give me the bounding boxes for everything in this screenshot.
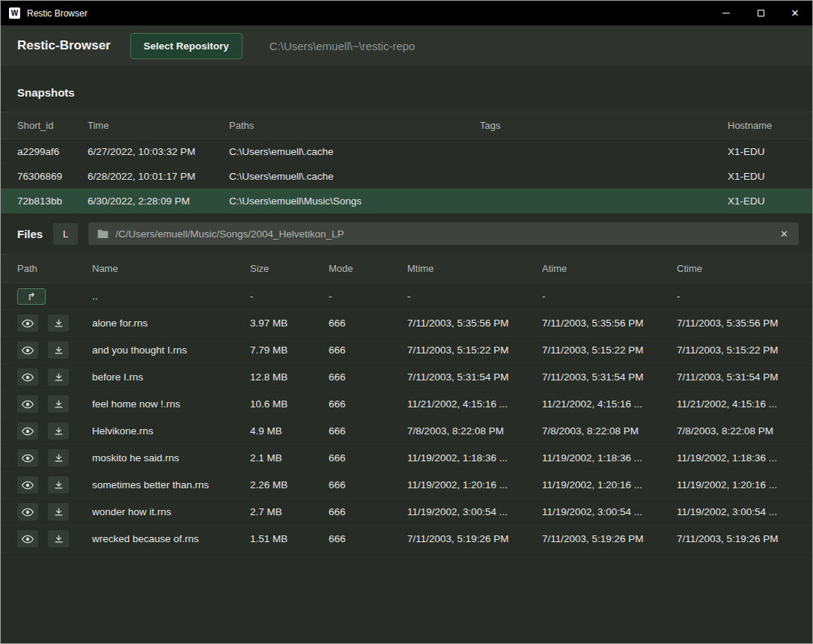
file-mtime: 7/8/2003, 8:22:08 PM	[407, 425, 542, 437]
download-file-button[interactable]	[48, 395, 69, 413]
download-icon	[54, 426, 64, 436]
snapshots-table: Short_id Time Paths Tags Hostname a2299a…	[1, 112, 812, 213]
download-file-button[interactable]	[48, 368, 69, 386]
file-row: sometimes better than.rns 2.26 MB 666 11…	[1, 472, 812, 499]
maximize-button[interactable]	[743, 1, 778, 25]
close-icon: ✕	[791, 8, 800, 18]
file-mode: 666	[329, 479, 407, 490]
eye-icon	[22, 427, 34, 436]
snapshot-row[interactable]: 76306869 6/28/2022, 10:01:17 PM C:\Users…	[1, 164, 812, 189]
file-size: 12.8 MB	[250, 371, 329, 383]
file-row: wrecked because of.rns 1.51 MB 666 7/11/…	[1, 526, 812, 553]
file-name: moskito he said.rns	[92, 452, 250, 464]
folder-icon	[97, 229, 109, 238]
page-title: Restic-Browser	[17, 38, 111, 53]
file-row: wonder how it.rns 2.7 MB 666 11/19/2002,…	[1, 499, 812, 526]
file-atime: 11/21/2002, 4:15:16 ...	[542, 398, 677, 410]
file-row: and you thought I.rns 7.79 MB 666 7/11/2…	[1, 337, 812, 364]
preview-file-button[interactable]	[17, 449, 38, 467]
column-tags: Tags	[480, 120, 728, 131]
eye-icon	[22, 373, 34, 382]
file-ctime: 7/11/2003, 5:15:22 PM	[677, 344, 812, 356]
preview-file-button[interactable]	[17, 368, 38, 386]
snapshot-paths: C:\Users\emuell\.cache	[229, 146, 480, 157]
download-icon	[54, 399, 64, 409]
files-table: Path Name Size Mode Mtime Atime Ctime ↱ …	[1, 254, 812, 553]
parent-directory-row: ↱ .. - - - - -	[1, 283, 812, 310]
preview-file-button[interactable]	[17, 476, 38, 493]
preview-file-button[interactable]	[17, 422, 38, 440]
download-file-button[interactable]	[48, 315, 69, 332]
go-up-directory-button[interactable]: ↱	[17, 288, 46, 305]
file-atime: -	[542, 291, 677, 302]
window-controls: ✕	[709, 1, 812, 25]
snapshot-short-id: a2299af6	[17, 146, 88, 157]
preview-file-button[interactable]	[17, 530, 38, 547]
repository-path: C:\Users\emuell\~\restic-repo	[270, 40, 415, 52]
minimize-button[interactable]	[709, 1, 743, 25]
list-view-toggle-button[interactable]: L	[53, 223, 78, 245]
file-mode: 666	[329, 344, 407, 356]
eye-icon	[22, 535, 34, 544]
snapshot-paths: C:\Users\emuell\.cache	[229, 171, 480, 182]
download-icon	[54, 534, 64, 544]
download-icon	[54, 372, 64, 382]
column-name: Name	[92, 263, 250, 274]
download-file-button[interactable]	[48, 476, 69, 493]
snapshot-row[interactable]: a2299af6 6/27/2022, 10:03:32 PM C:\Users…	[1, 139, 812, 164]
download-file-button[interactable]	[48, 530, 69, 547]
current-path-input[interactable]: /C/Users/emuell/Music/Songs/2004_Helveti…	[88, 222, 799, 245]
file-name: Helvikone.rns	[92, 425, 250, 437]
file-ctime: 11/19/2002, 1:20:16 ...	[677, 479, 812, 490]
file-atime: 7/11/2003, 5:35:56 PM	[542, 318, 677, 329]
download-file-button[interactable]	[48, 503, 69, 520]
file-ctime: -	[677, 291, 812, 302]
file-atime: 7/11/2003, 5:15:22 PM	[542, 344, 677, 356]
file-mtime: 11/19/2002, 1:20:16 ...	[407, 479, 542, 490]
preview-file-button[interactable]	[17, 341, 38, 359]
file-atime: 7/8/2003, 8:22:08 PM	[542, 425, 677, 437]
column-atime: Atime	[542, 263, 677, 274]
file-mode: 666	[329, 533, 407, 544]
app-header: Restic-Browser Select Repository C:\User…	[1, 25, 812, 66]
select-repository-button[interactable]: Select Repository	[130, 33, 243, 59]
download-icon	[54, 345, 64, 355]
preview-file-button[interactable]	[17, 503, 38, 520]
file-mtime: 11/19/2002, 1:18:36 ...	[407, 452, 542, 464]
file-name: feel home now !.rns	[92, 398, 250, 410]
file-ctime: 11/21/2002, 4:15:16 ...	[677, 398, 812, 410]
file-size: 3.97 MB	[250, 318, 329, 329]
file-mtime: 11/19/2002, 3:00:54 ...	[407, 506, 542, 517]
download-file-button[interactable]	[48, 422, 69, 440]
file-size: 7.79 MB	[250, 344, 329, 356]
eye-icon	[22, 400, 34, 409]
column-mtime: Mtime	[407, 263, 542, 274]
file-size: 4.9 MB	[250, 425, 329, 437]
eye-icon	[22, 508, 34, 517]
window-title: Restic Browser	[27, 8, 88, 19]
file-size: 2.1 MB	[250, 452, 329, 464]
maximize-icon	[758, 10, 764, 16]
snapshots-table-header: Short_id Time Paths Tags Hostname	[1, 112, 812, 139]
eye-icon	[22, 346, 34, 355]
file-ctime: 11/19/2002, 1:18:36 ...	[677, 452, 812, 464]
download-icon	[54, 453, 64, 463]
download-file-button[interactable]	[48, 341, 69, 359]
file-mode: 666	[329, 506, 407, 517]
column-size: Size	[250, 263, 329, 274]
preview-file-button[interactable]	[17, 315, 38, 332]
file-row: alone for.rns 3.97 MB 666 7/11/2003, 5:3…	[1, 310, 812, 337]
file-row: feel home now !.rns 10.6 MB 666 11/21/20…	[1, 391, 812, 418]
file-mode: -	[329, 291, 407, 302]
file-mode: 666	[329, 425, 407, 437]
file-size: 10.6 MB	[250, 398, 329, 410]
file-mtime: 11/21/2002, 4:15:16 ...	[407, 398, 542, 410]
files-heading: Files	[17, 228, 43, 240]
close-button[interactable]: ✕	[778, 1, 812, 25]
column-mode: Mode	[329, 263, 407, 274]
download-file-button[interactable]	[48, 449, 69, 467]
preview-file-button[interactable]	[17, 395, 38, 413]
snapshots-heading: Snapshots	[1, 66, 812, 112]
snapshot-row-selected[interactable]: 72b813bb 6/30/2022, 2:28:09 PM C:\Users\…	[1, 189, 812, 213]
clear-path-button[interactable]: ✕	[779, 228, 790, 240]
